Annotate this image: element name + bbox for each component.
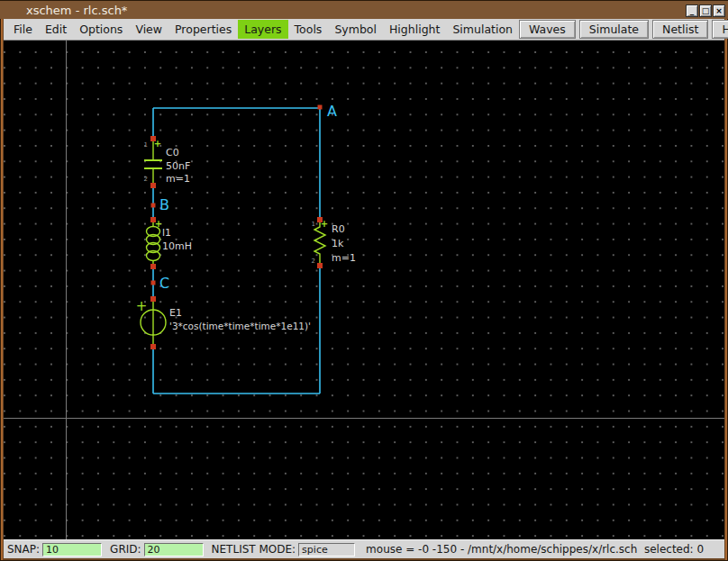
window-border-right [725, 18, 727, 560]
source-ref-label: E1 [169, 307, 182, 319]
schematic-drawing: 1 2 + C0 50nF m=1 + [4, 41, 724, 539]
source-value-label: '3*cos(time*time*time*1e11)' [169, 321, 311, 331]
node-c-text: C [159, 275, 169, 292]
maximize-icon: □ [702, 7, 710, 15]
capacitor-value-label: 50nF [166, 160, 190, 172]
capacitor-ref-label: C0 [166, 147, 179, 158]
netlist-button[interactable]: Netlist [652, 20, 708, 39]
window-controls: _ □ × [686, 5, 725, 17]
minimize-icon: _ [690, 7, 695, 15]
menu-view[interactable]: View [129, 20, 168, 39]
resistor-terminal-2 [317, 263, 323, 268]
resistor-plus-sign: + [321, 219, 328, 229]
inductor-value-label: 10mH [162, 240, 192, 252]
menu-layers[interactable]: Layers [238, 20, 287, 39]
inductor-ref-label: l1 [162, 227, 171, 239]
close-button[interactable]: × [713, 5, 725, 17]
simulate-button[interactable]: Simulate [579, 20, 649, 39]
menu-properties[interactable]: Properties [168, 20, 238, 39]
title-bar[interactable]: xschem - rlc.sch* _ □ × [0, 0, 728, 19]
status-bar: SNAP: GRID: NETLIST MODE: mouse = -0 -15… [4, 539, 724, 558]
capacitor-pin2-number: 2 [144, 176, 148, 183]
netlist-mode-input[interactable] [298, 543, 355, 556]
snap-input[interactable] [42, 543, 102, 556]
node-a-text: A [327, 103, 337, 120]
source-terminal-1 [150, 296, 156, 302]
close-icon: × [715, 7, 723, 15]
capacitor-pin1-number: 1 [144, 141, 148, 149]
component-inductor-l1[interactable]: + l1 10mH [147, 217, 192, 269]
component-capacitor-c0[interactable]: 1 2 + C0 50nF m=1 [144, 136, 191, 188]
inductor-terminal-2 [150, 264, 156, 269]
mouse-info: mouse = -0 -150 - /mnt/x/home/schippes/x… [366, 543, 704, 556]
window-border-left [1, 18, 3, 560]
menu-highlight[interactable]: Highlight [383, 20, 446, 39]
node-a-marker [318, 105, 323, 110]
window-title: xschem - rlc.sch* [26, 4, 127, 17]
xschem-window: xschem - rlc.sch* _ □ × File Edit Option… [0, 0, 728, 561]
capacitor-terminal-2 [150, 183, 156, 188]
inductor-plus-sign: + [155, 219, 162, 229]
menu-options[interactable]: Options [73, 20, 129, 39]
menu-items: File Edit Options View Properties Layers… [4, 20, 519, 39]
menu-file[interactable]: File [7, 20, 39, 39]
resistor-pin1-number: 1 [312, 221, 315, 228]
capacitor-plus-sign: + [154, 139, 161, 149]
grid-label: GRID: [110, 543, 141, 556]
node-b-text: B [159, 196, 169, 213]
component-resistor-r0[interactable]: 1 2 + R0 1k m=1 [312, 217, 356, 268]
component-source-e1[interactable]: + E1 '3*cos(time*time*time*1e11)' [136, 296, 311, 349]
node-c-marker [151, 281, 156, 285]
menu-bar: File Edit Options View Properties Layers… [4, 19, 724, 41]
resistor-ref-label: R0 [332, 223, 345, 235]
menu-symbol[interactable]: Symbol [328, 20, 383, 39]
node-b-marker [151, 204, 156, 208]
maximize-button[interactable]: □ [699, 5, 712, 17]
menu-edit[interactable]: Edit [39, 20, 73, 39]
waves-button[interactable]: Waves [519, 20, 576, 39]
window-body: File Edit Options View Properties Layers… [4, 19, 724, 558]
menu-buttons: Waves Simulate Netlist Help [519, 20, 728, 39]
snap-label: SNAP: [7, 543, 40, 556]
help-button[interactable]: Help [712, 20, 728, 39]
schematic-canvas[interactable]: 1 2 + C0 50nF m=1 + [4, 41, 724, 539]
source-terminal-2 [150, 344, 156, 349]
netlist-mode-label: NETLIST MODE: [212, 543, 296, 556]
grid-input[interactable] [144, 543, 204, 556]
source-plus-sign: + [136, 298, 148, 314]
minimize-button[interactable]: _ [686, 5, 698, 17]
resistor-pin2-number: 2 [312, 258, 315, 265]
menu-simulation[interactable]: Simulation [446, 20, 519, 39]
capacitor-mult-label: m=1 [166, 173, 190, 185]
resistor-mult-label: m=1 [332, 252, 356, 264]
resistor-value-label: 1k [332, 238, 344, 249]
menu-tools[interactable]: Tools [288, 20, 329, 39]
